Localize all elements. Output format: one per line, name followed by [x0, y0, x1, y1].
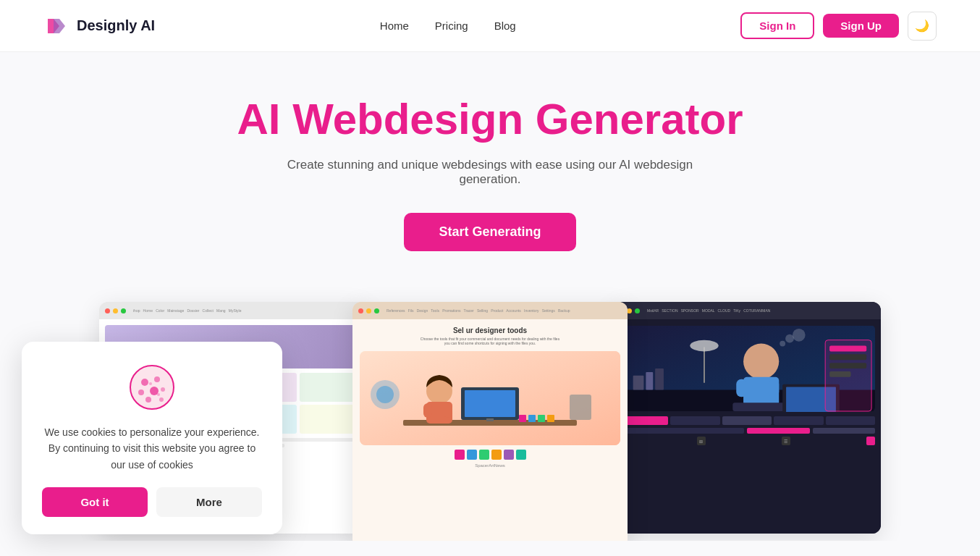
cookie-more-button[interactable]: More [156, 487, 262, 517]
svg-rect-12 [538, 415, 545, 422]
mock-bar-center: References Fils Design Tools Promations … [352, 302, 628, 319]
svg-point-42 [154, 376, 160, 382]
svg-rect-13 [547, 415, 554, 422]
cookie-buttons: Got it More [42, 487, 262, 517]
svg-rect-20 [646, 372, 653, 390]
nav-links: Home Pricing Blog [380, 20, 516, 32]
svg-point-46 [145, 397, 151, 403]
svg-rect-9 [444, 403, 452, 418]
cookie-text: We use cookies to personalize your exper… [42, 424, 262, 473]
svg-rect-11 [528, 415, 536, 422]
preview-card-center: References Fils Design Tools Promations … [352, 302, 628, 541]
hero-title: AI Webdesign Generator [237, 96, 743, 143]
svg-rect-21 [655, 368, 664, 390]
svg-rect-26 [732, 403, 790, 411]
center-card-title: Sel ur designer toods [453, 327, 527, 334]
cookie-gotit-button[interactable]: Got it [42, 487, 148, 517]
svg-point-39 [793, 329, 806, 342]
logo[interactable]: Designly AI [43, 13, 155, 39]
svg-rect-19 [633, 376, 644, 390]
svg-rect-33 [829, 363, 866, 368]
cookie-popup: We use cookies to personalize your exper… [22, 342, 282, 534]
start-generating-button[interactable]: Start Generating [404, 213, 575, 251]
svg-rect-24 [736, 379, 747, 397]
svg-rect-31 [829, 346, 866, 352]
svg-rect-14 [570, 395, 591, 420]
svg-point-43 [138, 389, 144, 395]
svg-point-49 [157, 393, 160, 396]
svg-point-36 [690, 340, 718, 352]
cookie-icon [127, 362, 177, 413]
theme-toggle-button[interactable]: 🌙 [908, 12, 937, 41]
svg-point-37 [780, 341, 785, 347]
dark-content-area: € ⊞ ☰ [613, 319, 881, 534]
svg-rect-32 [829, 354, 866, 360]
navbar: Designly AI Home Pricing Blog Sign In Si… [0, 0, 980, 52]
nav-home[interactable]: Home [380, 20, 409, 32]
hero-subtitle: Create stunning and unique webdesings wi… [273, 158, 707, 187]
svg-point-48 [149, 382, 152, 385]
hero-section: AI Webdesign Generator Create stunning a… [0, 52, 980, 280]
svg-rect-4 [465, 390, 515, 417]
svg-rect-34 [829, 371, 851, 377]
mock-bar-left: ihop Home Color Mainstage Dossier Collec… [99, 302, 367, 319]
svg-point-47 [159, 397, 164, 402]
logo-icon [43, 13, 69, 39]
nav-blog[interactable]: Blog [494, 20, 516, 32]
svg-point-22 [743, 344, 779, 379]
theme-icon: 🌙 [915, 19, 929, 33]
designer-content-area: Sel ur designer toods Choose the tools t… [352, 319, 628, 541]
svg-rect-8 [423, 403, 432, 418]
nav-actions: Sign In Sign Up 🌙 [740, 12, 937, 41]
nav-pricing[interactable]: Pricing [435, 20, 468, 32]
svg-rect-25 [769, 379, 780, 397]
mock-bar-right: MoilAR SECTION SPONSOR MODAL CLOUD TiKy … [613, 302, 881, 319]
logo-text: Designly AI [77, 17, 155, 34]
signin-button[interactable]: Sign In [740, 12, 814, 39]
svg-rect-10 [519, 415, 526, 422]
svg-rect-5 [486, 418, 494, 421]
preview-card-right: MoilAR SECTION SPONSOR MODAL CLOUD TiKy … [613, 302, 881, 534]
svg-point-41 [141, 379, 148, 386]
svg-point-16 [376, 386, 394, 403]
signup-button[interactable]: Sign Up [823, 14, 899, 38]
svg-point-45 [161, 387, 165, 392]
